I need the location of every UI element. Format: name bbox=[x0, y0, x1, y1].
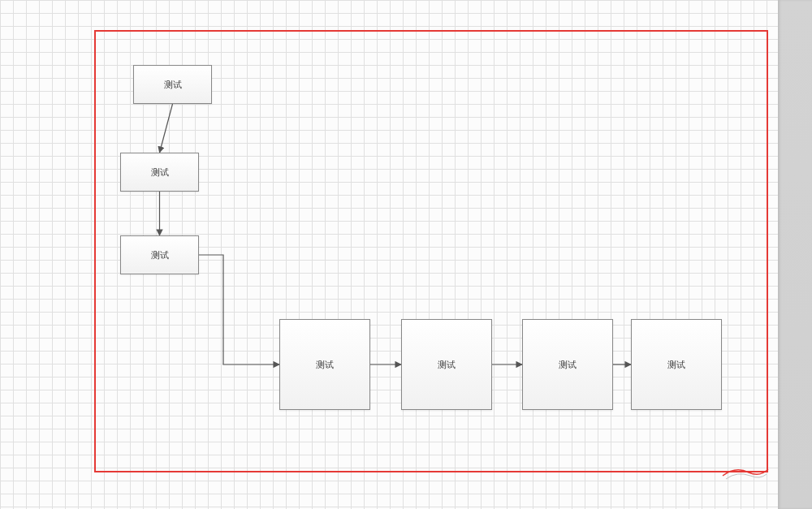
node-label: 测试 bbox=[559, 359, 577, 371]
flow-node-6[interactable]: 测试 bbox=[522, 319, 613, 410]
flow-node-7[interactable]: 测试 bbox=[631, 319, 722, 410]
node-label: 测试 bbox=[151, 166, 169, 179]
flow-node-1[interactable]: 测试 bbox=[133, 65, 212, 104]
node-label: 测试 bbox=[151, 249, 169, 261]
node-label: 测试 bbox=[438, 359, 456, 371]
right-panel-gutter bbox=[778, 0, 812, 509]
flow-node-3[interactable]: 测试 bbox=[120, 235, 199, 274]
edges-layer bbox=[0, 0, 778, 509]
node-label: 测试 bbox=[164, 79, 182, 91]
node-label: 测试 bbox=[316, 359, 334, 371]
page-curl-icon bbox=[721, 461, 770, 485]
flow-node-5[interactable]: 测试 bbox=[401, 319, 492, 410]
flow-node-4[interactable]: 测试 bbox=[279, 319, 370, 410]
diagram-canvas[interactable]: 测试 测试 测试 测试 测试 测试 测试 bbox=[0, 0, 778, 509]
edge-n1-n2[interactable] bbox=[160, 104, 173, 153]
node-label: 测试 bbox=[667, 359, 685, 371]
flow-node-2[interactable]: 测试 bbox=[120, 153, 199, 192]
viewport: 测试 测试 测试 测试 测试 测试 测试 bbox=[0, 0, 812, 509]
edge-n3-n4[interactable] bbox=[199, 255, 279, 364]
